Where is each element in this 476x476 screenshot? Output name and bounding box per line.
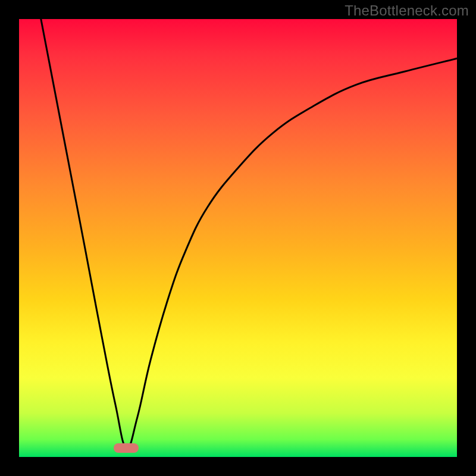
bottleneck-curve bbox=[41, 19, 457, 449]
plot-area bbox=[19, 19, 457, 457]
watermark-text: TheBottleneck.com bbox=[345, 2, 469, 19]
minimum-marker bbox=[114, 443, 139, 453]
curve-svg bbox=[19, 19, 457, 457]
chart-frame: TheBottleneck.com bbox=[0, 0, 476, 476]
